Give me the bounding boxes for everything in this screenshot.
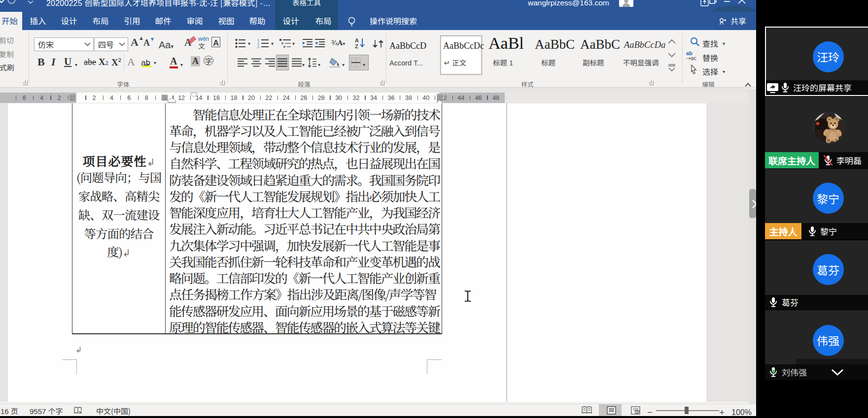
svg-text:3: 3 [257,44,259,48]
svg-text:A: A [355,37,359,43]
svg-text:Z: Z [355,43,358,48]
